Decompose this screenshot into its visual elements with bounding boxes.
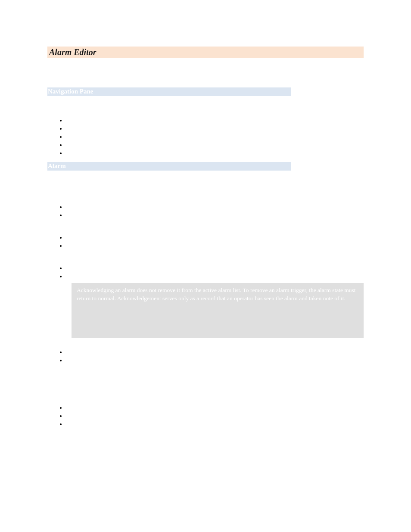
navigation-pane-list: Affinity Entity Type Alarm Name Message … bbox=[66, 117, 364, 157]
section-title: Alarm Editor bbox=[47, 47, 364, 58]
list-item: Low Low — — Triggers a second, higher-se… bbox=[66, 412, 364, 420]
alarm-intro-1: Alarms are triggered by a specific event… bbox=[47, 172, 364, 189]
list-item: Action bbox=[66, 149, 364, 158]
list-item: Priority — Enter a priority value for th… bbox=[66, 242, 364, 258]
note-box: Acknowledging an alarm does not remove i… bbox=[72, 283, 364, 338]
alarm-intro-2: You can configure an individual alarm us… bbox=[47, 193, 364, 201]
list-item: Shelve Allowed — — Select whether a user… bbox=[66, 357, 364, 373]
list-item: Popup Enabled — Select this check box to… bbox=[66, 264, 364, 273]
list-item: Disable Allowed — — Select whether a use… bbox=[66, 348, 364, 357]
list-item: Manual Ack or Un-Ack — Controls whether … bbox=[66, 273, 364, 281]
list-item: Sound Enabled — Clear this check box to … bbox=[66, 234, 364, 242]
list-item: Low — — Triggers an alarm when the value… bbox=[66, 404, 364, 412]
alarm-settings-list-3: Popup Enabled — Select this check box to… bbox=[66, 264, 364, 281]
alarm-settings-list: Enabled — Clear this check box to disabl… bbox=[66, 203, 364, 228]
alarm-settings-list-4: Disable Allowed — — Select whether a use… bbox=[66, 348, 364, 373]
intro-paragraph: Alarms are signals in software informing… bbox=[47, 68, 364, 83]
list-item: Affinity bbox=[66, 117, 364, 125]
list-item: Message bbox=[66, 141, 364, 149]
setpoints-list: Low — — Triggers an alarm when the value… bbox=[66, 404, 364, 429]
setpoints-intro: Some alarm types are triggered when a va… bbox=[47, 383, 364, 400]
navigation-pane-body: Most automation applications run from a … bbox=[47, 98, 364, 114]
subheader-alarm: Alarm bbox=[47, 162, 291, 171]
list-item: Enabled — Clear this check box to disabl… bbox=[66, 203, 364, 212]
list-item: Alarm Name bbox=[66, 133, 364, 141]
alarm-settings-list-2: Sound Enabled — Clear this check box to … bbox=[66, 234, 364, 258]
subheader-navigation-pane: Navigation Pane bbox=[47, 87, 291, 96]
list-item: Deviation Low — — Triggers an alarm when… bbox=[66, 420, 364, 429]
list-item: Delay — This is the number of seconds th… bbox=[66, 212, 364, 228]
list-item: Entity Type bbox=[66, 125, 364, 133]
